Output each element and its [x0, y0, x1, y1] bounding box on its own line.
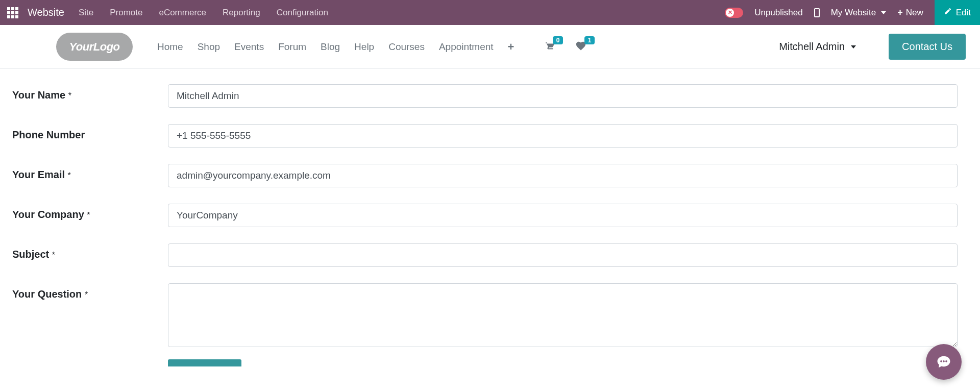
- user-menu[interactable]: Mitchell Admin: [779, 41, 856, 53]
- nav-link-events[interactable]: Events: [234, 41, 264, 53]
- new-button[interactable]: + New: [897, 7, 923, 18]
- close-icon: ✕: [726, 9, 734, 17]
- nav-link-forum[interactable]: Forum: [278, 41, 306, 53]
- live-chat-button[interactable]: [926, 344, 962, 380]
- edit-button[interactable]: Edit: [935, 0, 980, 25]
- cart-badge: 0: [553, 36, 564, 44]
- label-phone-number: Phone Number: [12, 124, 168, 141]
- mobile-icon: [814, 8, 820, 17]
- plus-icon: +: [897, 7, 903, 18]
- textarea-your-question[interactable]: [168, 283, 958, 347]
- site-logo[interactable]: YourLogo: [56, 33, 133, 61]
- admin-menu-reporting[interactable]: Reporting: [223, 8, 260, 18]
- label-text: Subject: [12, 249, 49, 260]
- label-text: Your Question: [12, 288, 82, 300]
- label-your-email: Your Email *: [12, 164, 168, 181]
- admin-menu-site[interactable]: Site: [79, 8, 93, 18]
- label-text: Phone Number: [12, 129, 85, 140]
- wishlist-button[interactable]: 1: [575, 40, 586, 53]
- site-navbar: YourLogo Home Shop Events Forum Blog Hel…: [0, 25, 980, 69]
- nav-link-blog[interactable]: Blog: [321, 41, 340, 53]
- label-text: Your Name: [12, 89, 65, 101]
- nav-link-help[interactable]: Help: [354, 41, 374, 53]
- admin-top-bar: Website Site Promote eCommerce Reporting…: [0, 0, 980, 25]
- nav-add-button[interactable]: +: [508, 40, 514, 54]
- website-selector-label: My Website: [831, 8, 876, 18]
- input-your-email[interactable]: [168, 164, 958, 187]
- label-your-question: Your Question *: [12, 283, 168, 300]
- input-your-company[interactable]: [168, 204, 958, 227]
- new-button-label: New: [906, 8, 923, 18]
- label-subject: Subject *: [12, 243, 168, 260]
- chevron-down-icon: [881, 11, 886, 14]
- cart-button[interactable]: 0: [544, 40, 555, 53]
- contact-form: Your Name * Phone Number Your Email * Yo…: [0, 69, 980, 377]
- input-subject[interactable]: [168, 243, 958, 267]
- publish-status[interactable]: Unpublished: [754, 8, 803, 18]
- pencil-icon: [944, 7, 952, 18]
- label-text: Your Email: [12, 169, 65, 180]
- label-your-company: Your Company *: [12, 204, 168, 220]
- apps-icon[interactable]: [7, 7, 18, 18]
- label-text: Your Company: [12, 209, 84, 220]
- nav-link-shop[interactable]: Shop: [198, 41, 220, 53]
- admin-menu-ecommerce[interactable]: eCommerce: [159, 8, 206, 18]
- submit-button[interactable]: [168, 359, 241, 366]
- nav-link-home[interactable]: Home: [157, 41, 183, 53]
- nav-link-appointment[interactable]: Appointment: [439, 41, 494, 53]
- admin-menu: Site Promote eCommerce Reporting Configu…: [79, 8, 328, 18]
- chat-icon: [936, 354, 951, 370]
- contact-us-button[interactable]: Contact Us: [889, 34, 966, 60]
- nav-link-courses[interactable]: Courses: [388, 41, 425, 53]
- chevron-down-icon: [851, 45, 856, 48]
- wishlist-badge: 1: [584, 36, 595, 44]
- website-selector[interactable]: My Website: [831, 8, 887, 18]
- label-your-name: Your Name *: [12, 84, 168, 101]
- user-menu-label: Mitchell Admin: [779, 41, 845, 53]
- publish-toggle[interactable]: ✕: [725, 8, 743, 18]
- admin-menu-promote[interactable]: Promote: [110, 8, 142, 18]
- nav-links: Home Shop Events Forum Blog Help Courses…: [157, 41, 494, 53]
- input-phone-number[interactable]: [168, 124, 958, 148]
- edit-button-label: Edit: [956, 8, 971, 18]
- mobile-preview-button[interactable]: [814, 8, 820, 17]
- admin-menu-configuration[interactable]: Configuration: [277, 8, 328, 18]
- app-brand[interactable]: Website: [28, 7, 64, 18]
- input-your-name[interactable]: [168, 84, 958, 108]
